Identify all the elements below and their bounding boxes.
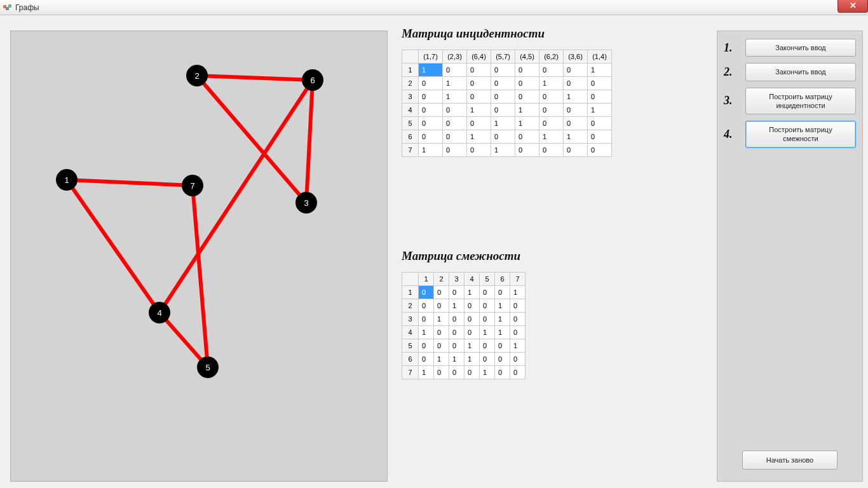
matrix-cell[interactable]: 0 — [564, 77, 588, 90]
matrix-cell[interactable]: 1 — [480, 326, 495, 339]
matrix-cell[interactable]: 0 — [434, 299, 449, 313]
matrix-col-header[interactable]: 4 — [465, 273, 480, 286]
incidence-matrix[interactable]: (1,7)(2,3)(6,4)(5,7)(4,5)(6,2)(3,6)(1,4)… — [402, 50, 612, 157]
matrix-cell[interactable]: 1 — [491, 117, 515, 130]
matrix-cell[interactable]: 0 — [495, 286, 510, 299]
matrix-cell[interactable]: 0 — [480, 353, 495, 366]
matrix-cell[interactable]: 0 — [419, 104, 443, 117]
matrix-cell[interactable]: 0 — [510, 366, 526, 379]
matrix-cell[interactable]: 1 — [419, 64, 443, 77]
graph-node-1[interactable]: 1 — [56, 169, 78, 191]
matrix-cell[interactable]: 0 — [510, 326, 526, 339]
matrix-cell[interactable]: 0 — [434, 339, 449, 353]
matrix-row-header[interactable]: 2 — [402, 77, 419, 90]
matrix-cell[interactable]: 0 — [564, 144, 588, 157]
matrix-row-header[interactable]: 7 — [402, 366, 419, 379]
matrix-cell[interactable]: 1 — [515, 117, 539, 130]
matrix-row-header[interactable]: 5 — [402, 117, 419, 130]
matrix-row-header[interactable]: 1 — [402, 286, 419, 299]
matrix-cell[interactable]: 0 — [449, 313, 465, 326]
matrix-cell[interactable]: 1 — [434, 353, 449, 366]
matrix-cell[interactable]: 1 — [588, 104, 612, 117]
matrix-cell[interactable]: 0 — [539, 104, 564, 117]
matrix-cell[interactable]: 0 — [588, 130, 612, 144]
graph-node-7[interactable]: 7 — [182, 175, 203, 196]
matrix-cell[interactable]: 0 — [419, 339, 434, 353]
matrix-cell[interactable]: 1 — [480, 366, 495, 379]
matrix-cell[interactable]: 0 — [491, 64, 515, 77]
window-close-button[interactable]: ✕ — [837, 0, 868, 13]
matrix-cell[interactable]: 0 — [539, 117, 564, 130]
matrix-cell[interactable]: 0 — [449, 366, 465, 379]
matrix-cell[interactable]: 0 — [588, 117, 612, 130]
matrix-col-header[interactable]: (6,4) — [467, 50, 491, 64]
matrix-col-header[interactable]: (5,7) — [491, 50, 515, 64]
graph-node-6[interactable]: 6 — [302, 69, 323, 91]
graph-node-2[interactable]: 2 — [186, 65, 208, 86]
matrix-cell[interactable]: 0 — [515, 90, 539, 104]
matrix-cell[interactable]: 0 — [419, 353, 434, 366]
matrix-row-header[interactable]: 6 — [402, 353, 419, 366]
matrix-cell[interactable]: 0 — [480, 299, 495, 313]
matrix-row-header[interactable]: 7 — [402, 144, 419, 157]
matrix-cell[interactable]: 1 — [564, 130, 588, 144]
adjacency-matrix[interactable]: 1234567100010012001001030100010410001105… — [402, 272, 526, 379]
sidebar-step-button[interactable]: Построить матрицуинцидентности — [745, 88, 856, 115]
matrix-cell[interactable]: 0 — [467, 144, 491, 157]
matrix-cell[interactable]: 0 — [495, 353, 510, 366]
matrix-cell[interactable]: 1 — [419, 144, 443, 157]
matrix-cell[interactable]: 0 — [491, 104, 515, 117]
matrix-cell[interactable]: 0 — [449, 339, 465, 353]
matrix-cell[interactable]: 0 — [467, 90, 491, 104]
matrix-cell[interactable]: 1 — [539, 77, 564, 90]
matrix-cell[interactable]: 0 — [419, 90, 443, 104]
matrix-cell[interactable]: 1 — [449, 299, 465, 313]
matrix-cell[interactable]: 1 — [465, 353, 480, 366]
matrix-col-header[interactable]: 1 — [419, 273, 434, 286]
matrix-row-header[interactable]: 3 — [402, 90, 419, 104]
matrix-cell[interactable]: 0 — [491, 130, 515, 144]
matrix-cell[interactable]: 0 — [434, 286, 449, 299]
matrix-cell[interactable]: 1 — [434, 313, 449, 326]
matrix-col-header[interactable]: 6 — [495, 273, 510, 286]
graph-canvas[interactable]: 1234567 — [10, 30, 388, 482]
matrix-cell[interactable]: 0 — [510, 353, 526, 366]
matrix-cell[interactable]: 1 — [419, 366, 434, 379]
matrix-cell[interactable]: 1 — [443, 90, 467, 104]
matrix-cell[interactable]: 0 — [480, 339, 495, 353]
matrix-cell[interactable]: 0 — [539, 64, 564, 77]
matrix-cell[interactable]: 0 — [495, 366, 510, 379]
sidebar-step-button[interactable]: Закончить ввод — [745, 63, 856, 81]
matrix-cell[interactable]: 0 — [539, 144, 564, 157]
matrix-col-header[interactable]: 2 — [434, 273, 449, 286]
matrix-col-header[interactable]: (3,6) — [564, 50, 588, 64]
matrix-cell[interactable]: 0 — [465, 366, 480, 379]
matrix-cell[interactable]: 1 — [510, 339, 526, 353]
matrix-cell[interactable]: 0 — [419, 77, 443, 90]
matrix-cell[interactable]: 0 — [495, 339, 510, 353]
matrix-cell[interactable]: 1 — [465, 286, 480, 299]
restart-button[interactable]: Начать заново — [742, 451, 837, 470]
matrix-cell[interactable]: 1 — [419, 326, 434, 339]
matrix-cell[interactable]: 0 — [480, 286, 495, 299]
matrix-cell[interactable]: 1 — [515, 104, 539, 117]
matrix-col-header[interactable]: (1,4) — [588, 50, 612, 64]
matrix-cell[interactable]: 0 — [419, 130, 443, 144]
sidebar-step-button[interactable]: Построить матрицусмежности — [745, 121, 856, 148]
matrix-row-header[interactable]: 5 — [402, 339, 419, 353]
matrix-row-header[interactable]: 4 — [402, 104, 419, 117]
matrix-cell[interactable]: 0 — [434, 366, 449, 379]
matrix-col-header[interactable]: (2,3) — [443, 50, 467, 64]
sidebar-step-button[interactable]: Закончить ввод — [745, 39, 856, 57]
matrix-cell[interactable]: 1 — [588, 64, 612, 77]
matrix-cell[interactable]: 1 — [491, 144, 515, 157]
matrix-cell[interactable]: 0 — [564, 64, 588, 77]
matrix-cell[interactable]: 0 — [539, 90, 564, 104]
matrix-cell[interactable]: 0 — [443, 144, 467, 157]
matrix-cell[interactable]: 0 — [515, 130, 539, 144]
matrix-cell[interactable]: 0 — [510, 313, 526, 326]
matrix-cell[interactable]: 0 — [564, 104, 588, 117]
matrix-cell[interactable]: 0 — [467, 117, 491, 130]
matrix-cell[interactable]: 0 — [443, 104, 467, 117]
matrix-cell[interactable]: 0 — [449, 286, 465, 299]
